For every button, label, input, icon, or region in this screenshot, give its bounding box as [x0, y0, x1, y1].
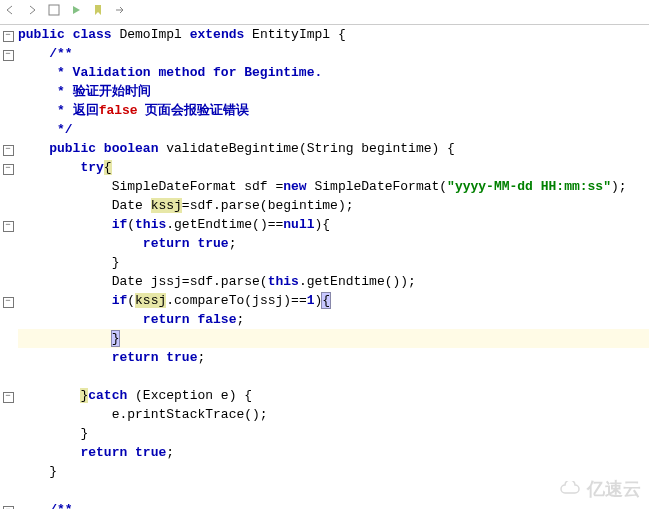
- code-line: return false;: [18, 310, 649, 329]
- fold-icon[interactable]: −: [3, 164, 14, 175]
- fold-icon[interactable]: −: [3, 297, 14, 308]
- svg-rect-0: [49, 5, 59, 15]
- fold-icon[interactable]: −: [3, 50, 14, 61]
- code-line: try{: [18, 158, 649, 177]
- code-line: [18, 367, 649, 386]
- fold-icon[interactable]: −: [3, 221, 14, 232]
- code-line: * 验证开始时间: [18, 82, 649, 101]
- code-editor[interactable]: − − − − − − − − public class DemoImpl ex…: [0, 25, 649, 509]
- code-line: if(this.getEndtime()==null){: [18, 215, 649, 234]
- run-icon[interactable]: [70, 3, 82, 22]
- watermark: 亿速云: [559, 477, 641, 501]
- code-line: */: [18, 120, 649, 139]
- current-line: }: [18, 329, 649, 348]
- fold-gutter: − − − − − − − −: [0, 25, 16, 509]
- brace-match: {: [322, 293, 330, 308]
- code-line: Date kssj=sdf.parse(begintime);: [18, 196, 649, 215]
- code-line: if(kssj.compareTo(jssj)==1){: [18, 291, 649, 310]
- brace-match: }: [112, 331, 120, 346]
- code-line: * 返回false 页面会报验证错误: [18, 101, 649, 120]
- code-line: }: [18, 253, 649, 272]
- code-line: }catch (Exception e) {: [18, 386, 649, 405]
- code-line: * Validation method for Begintime.: [18, 63, 649, 82]
- code-line: }: [18, 424, 649, 443]
- code-line: public class DemoImpl extends EntityImpl…: [18, 25, 649, 44]
- cloud-icon: [559, 481, 583, 497]
- bookmark-icon[interactable]: [92, 3, 104, 22]
- nav-forward-icon[interactable]: [26, 3, 38, 22]
- code-line: return true;: [18, 348, 649, 367]
- code-line: Date jssj=sdf.parse(this.getEndtime());: [18, 272, 649, 291]
- editor-toolbar: [0, 0, 649, 25]
- nav-back-icon[interactable]: [4, 3, 16, 22]
- code-line: return true;: [18, 443, 649, 462]
- code-line: return true;: [18, 234, 649, 253]
- fold-icon[interactable]: −: [3, 392, 14, 403]
- code-line: /**: [18, 500, 649, 509]
- overview-icon[interactable]: [48, 3, 60, 22]
- code-line: SimpleDateFormat sdf =new SimpleDateForm…: [18, 177, 649, 196]
- step-icon[interactable]: [114, 3, 126, 22]
- code-line: e.printStackTrace();: [18, 405, 649, 424]
- code-line: /**: [18, 44, 649, 63]
- code-line: }: [18, 462, 649, 481]
- fold-icon[interactable]: −: [3, 145, 14, 156]
- code-line: [18, 481, 649, 500]
- fold-icon[interactable]: −: [3, 31, 14, 42]
- code-line: public boolean validateBegintime(String …: [18, 139, 649, 158]
- editor-content[interactable]: public class DemoImpl extends EntityImpl…: [16, 25, 649, 509]
